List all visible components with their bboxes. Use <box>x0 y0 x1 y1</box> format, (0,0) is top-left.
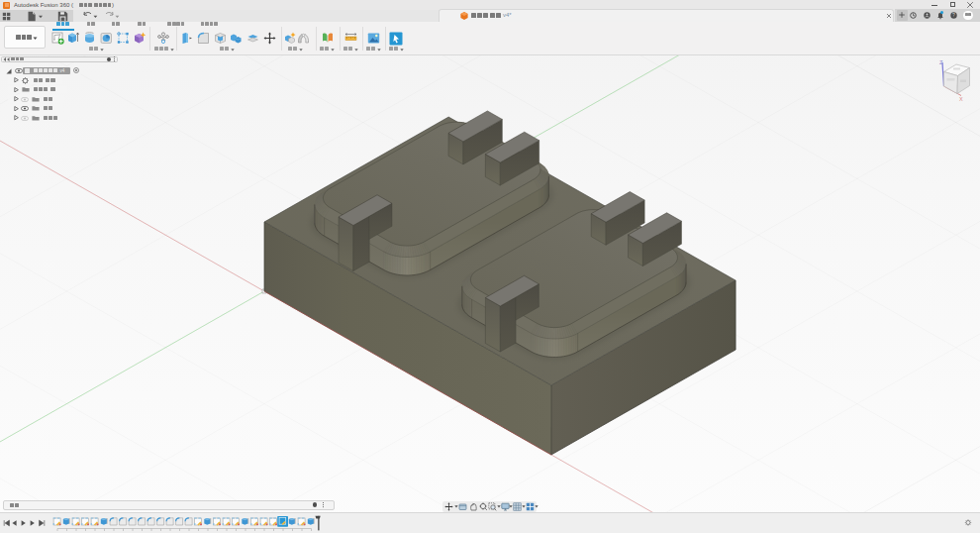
svg-text:X: X <box>959 96 963 102</box>
svg-text:?: ? <box>952 12 955 18</box>
